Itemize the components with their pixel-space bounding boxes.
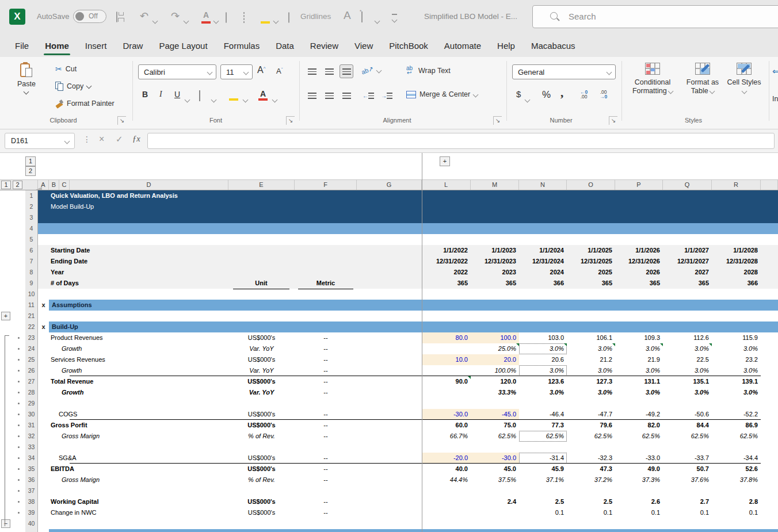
cell-P32[interactable]: 62.5% xyxy=(615,431,663,442)
unit-cell-23[interactable]: US$000's xyxy=(228,332,295,343)
cell-R9[interactable]: 366 xyxy=(712,278,761,289)
label-cell-8[interactable]: Year xyxy=(51,267,64,278)
column-header-G[interactable]: G xyxy=(357,180,422,190)
row-header-9[interactable]: 9 xyxy=(25,278,38,289)
cell-N34[interactable]: -31.4 xyxy=(519,453,567,464)
gridlines-checkbox[interactable] xyxy=(288,13,289,23)
align-center-button[interactable] xyxy=(322,89,336,102)
font-color-dropdown-icon[interactable] xyxy=(214,15,218,25)
decrease-indent-button[interactable]: ← xyxy=(361,89,375,102)
cell-R25[interactable]: 23.2 xyxy=(712,354,761,365)
cell-O25[interactable]: 21.2 xyxy=(567,354,615,365)
column-header-Q[interactable]: Q xyxy=(663,180,712,190)
orientation-button[interactable]: ab↗ xyxy=(361,67,381,74)
tab-review[interactable]: Review xyxy=(302,35,346,57)
metric-cell-26[interactable]: -- xyxy=(295,365,357,376)
cell-N38[interactable]: 2.5 xyxy=(519,496,567,507)
cell-N35[interactable]: 45.9 xyxy=(519,464,567,474)
row-header-28[interactable]: 28 xyxy=(25,387,38,398)
cell-R34[interactable]: -34.4 xyxy=(712,453,761,464)
cell-O38[interactable]: 2.5 xyxy=(567,496,615,507)
cell-M31[interactable]: 75.0 xyxy=(471,420,519,431)
column-header-O[interactable]: O xyxy=(567,180,615,190)
tab-data[interactable]: Data xyxy=(268,35,302,57)
cell-N27[interactable]: 123.6 xyxy=(519,376,567,387)
cell-R7[interactable]: 12/31/2028 xyxy=(712,256,761,267)
cell-P27[interactable]: 131.1 xyxy=(615,376,663,387)
table-style-dropdown-icon[interactable] xyxy=(375,15,379,25)
cell-O27[interactable]: 127.3 xyxy=(567,376,615,387)
merge-center-button[interactable]: Merge & Center xyxy=(406,90,478,98)
cell-P26[interactable]: 3.0% xyxy=(615,365,663,376)
row-header-3[interactable]: 3 xyxy=(25,212,38,223)
row-header-35[interactable]: 35 xyxy=(25,464,38,474)
cell-Q6[interactable]: 1/1/2027 xyxy=(663,245,712,256)
section-title-11[interactable]: Assumptions xyxy=(52,300,92,311)
cell-O28[interactable]: 3.0% xyxy=(567,387,615,398)
cell-P30[interactable]: -49.2 xyxy=(615,409,663,420)
cell-Q31[interactable]: 84.4 xyxy=(663,420,712,431)
label-cell-24[interactable]: Growth xyxy=(62,343,82,354)
cell-L8[interactable]: 2022 xyxy=(422,267,471,278)
decrease-font-size-button[interactable]: Aˇ xyxy=(276,67,283,75)
section-marker-11[interactable]: x xyxy=(38,300,49,311)
label-cell-34[interactable]: SG&A xyxy=(59,453,77,464)
row-header-30[interactable]: 30 xyxy=(25,409,38,420)
tab-page-layout[interactable]: Page Layout xyxy=(151,35,215,57)
row-header-5[interactable]: 5 xyxy=(25,234,38,245)
excel-logo-icon[interactable]: X xyxy=(9,9,25,25)
percent-style-button[interactable]: % xyxy=(542,89,551,101)
font-size-combo[interactable]: 11 xyxy=(220,64,253,79)
unit-cell-26[interactable]: Var. YoY xyxy=(228,365,295,376)
row-group-expand-button[interactable]: + xyxy=(1,312,10,320)
cell-O8[interactable]: 2025 xyxy=(567,267,615,278)
search-box[interactable]: Search xyxy=(532,5,778,28)
row-header-6[interactable]: 6 xyxy=(25,245,38,256)
undo-dropdown-icon[interactable] xyxy=(153,15,157,25)
metric-cell-23[interactable]: -- xyxy=(295,332,357,343)
column-header-C[interactable]: C xyxy=(59,180,70,190)
borders-icon[interactable] xyxy=(199,91,200,101)
unit-cell-34[interactable]: US$000's xyxy=(228,453,295,464)
cell-N25[interactable]: 20.6 xyxy=(519,354,567,365)
label-cell-36[interactable]: Gross Marign xyxy=(62,474,100,485)
cell-L24[interactable] xyxy=(422,343,471,354)
cell-P34[interactable]: -33.0 xyxy=(615,453,663,464)
cell-L9[interactable]: 365 xyxy=(422,278,471,289)
row-header-34[interactable]: 34 xyxy=(25,453,38,464)
cell-R28[interactable]: 3.0% xyxy=(712,387,761,398)
cell-L26[interactable] xyxy=(422,365,471,376)
comma-style-button[interactable]: , xyxy=(560,86,563,100)
cell-L23[interactable]: 80.0 xyxy=(422,332,471,343)
cell-O6[interactable]: 1/1/2025 xyxy=(567,245,615,256)
column-header-F[interactable]: F xyxy=(295,180,357,190)
decrease-decimal-button[interactable]: .00→0 xyxy=(600,90,607,99)
metric-cell-27[interactable]: -- xyxy=(295,376,357,387)
tab-file[interactable]: File xyxy=(7,35,37,57)
insert-function-icon[interactable]: ƒx xyxy=(132,134,140,144)
column-header-E[interactable]: E xyxy=(228,180,295,190)
label-cell-31[interactable]: Gross Porfit xyxy=(51,420,87,431)
cell-L31[interactable]: 60.0 xyxy=(422,420,471,431)
cell-R8[interactable]: 2028 xyxy=(712,267,761,278)
label-cell-6[interactable]: Starting Date xyxy=(51,245,90,256)
cell-M8[interactable]: 2023 xyxy=(471,267,519,278)
label-cell-35[interactable]: EBITDA xyxy=(51,464,74,474)
metric-cell-24[interactable]: -- xyxy=(295,343,357,354)
cell-M27[interactable]: 120.0 xyxy=(471,376,519,387)
metric-cell-38[interactable]: -- xyxy=(295,496,357,507)
label-cell-28[interactable]: Growth xyxy=(62,387,84,398)
font-name-combo[interactable]: Calibri xyxy=(138,64,216,79)
row-header-1[interactable]: 1 xyxy=(25,190,38,201)
metric-cell-34[interactable]: -- xyxy=(295,453,357,464)
cell-styles-button[interactable]: Cell Styles xyxy=(726,63,762,95)
cell-P35[interactable]: 49.0 xyxy=(615,464,663,474)
wrap-text-button[interactable]: Wrap Text xyxy=(406,67,451,75)
cell-N24[interactable]: 3.0% xyxy=(519,343,567,354)
row-header-33[interactable]: 33 xyxy=(25,442,38,453)
cell-Q34[interactable]: -33.7 xyxy=(663,453,712,464)
row-header-31[interactable]: 31 xyxy=(25,420,38,431)
row-header-26[interactable]: 26 xyxy=(25,365,38,376)
metric-cell-25[interactable]: -- xyxy=(295,354,357,365)
cell-R32[interactable]: 62.5% xyxy=(712,431,761,442)
